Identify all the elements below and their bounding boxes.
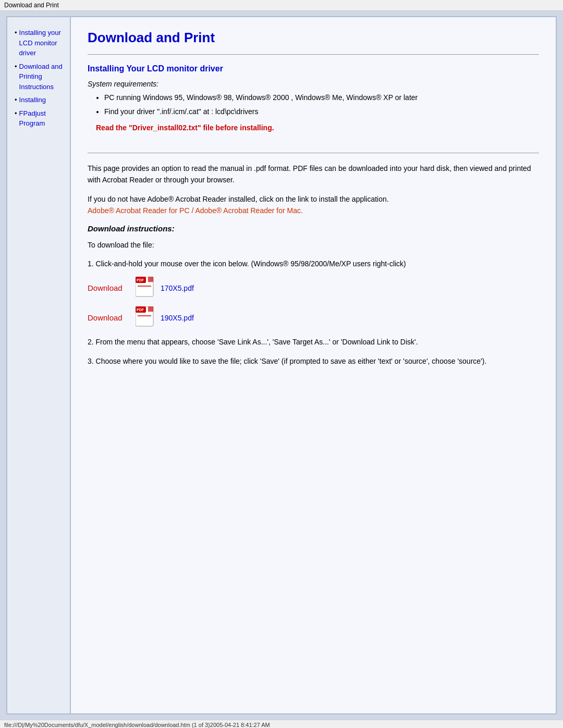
pdf-filename-1[interactable]: 170X5.pdf <box>161 284 194 292</box>
status-bar: file:///D|/My%20Documents/dfu/X_model/en… <box>0 720 563 728</box>
title-bar-text: Download and Print <box>4 2 59 9</box>
to-download-text: To download the file: <box>88 239 539 251</box>
status-bar-text: file:///D|/My%20Documents/dfu/X_model/en… <box>4 722 270 728</box>
bullet-item-2: Find your driver ".inf/.icm/.cat" at : l… <box>104 106 539 117</box>
step1-text: 1. Click-and-hold your mouse over the ic… <box>88 258 539 269</box>
sidebar-link-download[interactable]: Download and Printing Instructions <box>19 61 65 92</box>
download-link-2[interactable]: Download <box>88 313 129 322</box>
svg-text:PDF: PDF <box>137 278 144 282</box>
bullet-dot-2: • <box>15 61 17 72</box>
acrobat-link-pc[interactable]: Adobe® Acrobat Reader for PC <box>88 206 190 215</box>
sidebar: • Installing your LCD monitor driver • D… <box>7 17 70 713</box>
step2-text: 2. From the menu that appears, choose 'S… <box>88 336 539 348</box>
sidebar-link-installing[interactable]: Installing your LCD monitor driver <box>19 28 65 58</box>
acrobat-link-mac[interactable]: Adobe® Acrobat Reader for Mac <box>195 206 301 215</box>
sidebar-item-download[interactable]: • Download and Printing Instructions <box>15 61 65 92</box>
download-row-2: Download PDF 190X5.pdf <box>88 306 539 329</box>
download-row-1: Download PDF 170X5.pdf <box>88 277 539 299</box>
pdf-filename-2[interactable]: 190X5.pdf <box>161 314 194 322</box>
main-layout: • Installing your LCD monitor driver • D… <box>7 17 556 713</box>
pdf-icon-2: PDF <box>136 306 154 329</box>
svg-rect-9 <box>148 306 153 312</box>
download-link-1[interactable]: Download <box>88 283 129 292</box>
sidebar-link-fpadjust[interactable]: FPadjust Program <box>19 108 65 129</box>
content-area: Download and Print Installing Your LCD m… <box>70 17 556 713</box>
bullet-dot-1: • <box>15 28 17 38</box>
section-title: Installing Your LCD monitor driver <box>88 64 539 73</box>
body-text-2: If you do not have Adobe® Acrobat Reader… <box>88 193 539 217</box>
sidebar-item-installing2[interactable]: • Installing <box>15 95 65 105</box>
outer-frame: • Installing your LCD monitor driver • D… <box>6 16 557 714</box>
svg-text:PDF: PDF <box>137 308 144 312</box>
system-req-label: System requirements: <box>88 80 539 88</box>
divider-1 <box>88 54 539 55</box>
divider-2 <box>88 153 539 153</box>
bullet-item-1: PC running Windows 95, Windows® 98, Wind… <box>104 92 539 103</box>
acrobat-separator: / <box>190 206 195 215</box>
sidebar-item-installing[interactable]: • Installing your LCD monitor driver <box>15 28 65 58</box>
bullet-dot-4: • <box>15 108 17 119</box>
body-text-1: This page provides an option to read the… <box>88 163 539 186</box>
acrobat-links: Adobe® Acrobat Reader for PC / Adobe® Ac… <box>88 206 303 215</box>
sidebar-item-fpadjust[interactable]: • FPadjust Program <box>15 108 65 129</box>
download-instructions-title: Download instructions: <box>88 224 539 233</box>
svg-rect-4 <box>148 277 153 282</box>
sidebar-link-installing2[interactable]: Installing <box>19 95 46 105</box>
acrobat-text: If you do not have Adobe® Acrobat Reader… <box>88 195 389 203</box>
pdf-icon-1: PDF <box>136 277 154 299</box>
step3-text: 3. Choose where you would like to save t… <box>88 355 539 367</box>
bullet-list: PC running Windows 95, Windows® 98, Wind… <box>88 92 539 117</box>
bullet-dot-3: • <box>15 95 17 105</box>
page-title: Download and Print <box>88 30 539 46</box>
title-bar: Download and Print <box>0 0 563 11</box>
warning-text: Read the "Driver_install02.txt" file bef… <box>96 124 539 132</box>
